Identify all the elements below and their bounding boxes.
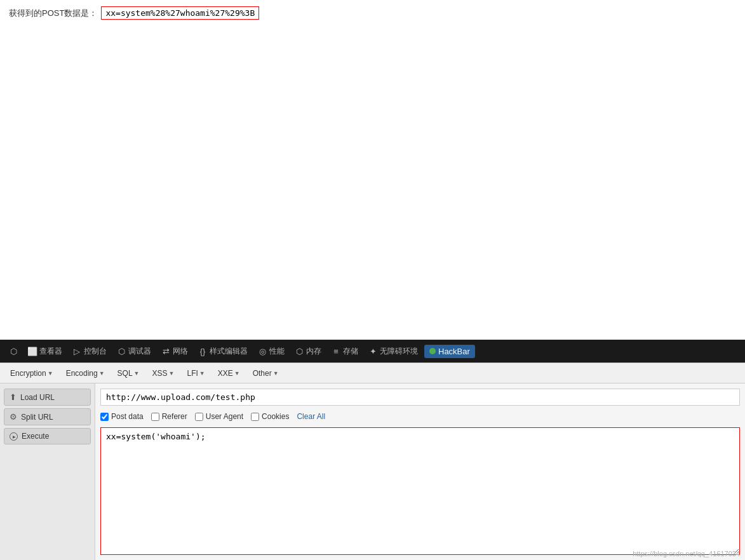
hackbar-main: ⬆ Load URL ⚙ Split URL Execute Post data <box>0 383 745 560</box>
devtools-tab-performance[interactable]: ◎ 性能 <box>254 343 288 359</box>
load-url-label: Load URL <box>20 393 55 402</box>
memory-icon: ⬡ <box>295 347 304 356</box>
devtools-tab-accessibility[interactable]: ✦ 无障碍环境 <box>365 343 422 359</box>
post-data-value: xx=system%28%27whoami%27%29%3B <box>101 6 259 20</box>
devtools-toolbar: ⬡ ⬜ 查看器 ▷ 控制台 ⬡ 调试器 ⇄ 网络 {} 样式编辑器 ◎ 性能 ⬡… <box>0 340 745 363</box>
devtools-tab-style-editor[interactable]: {} 样式编辑器 <box>194 343 252 359</box>
watermark: https://blog.csdn.net/qq_41617034 <box>633 550 740 557</box>
referer-text: Referer <box>162 412 187 421</box>
post-data-checkbox[interactable] <box>100 413 109 421</box>
execute-label: Execute <box>22 432 49 441</box>
devtools-tab-network[interactable]: ⇄ 网络 <box>158 343 192 359</box>
hackbar-content: Post data Referer User Agent Cookies Cle… <box>95 383 745 560</box>
post-data-text: Post data <box>111 412 144 421</box>
split-url-icon: ⚙ <box>10 412 17 422</box>
lfi-arrow: ▼ <box>199 370 205 377</box>
hackbar-status-dot <box>429 348 436 354</box>
encoding-arrow: ▼ <box>99 370 105 377</box>
clear-all-link[interactable]: Clear All <box>297 412 325 421</box>
menu-xss[interactable]: XSS ▼ <box>147 367 180 380</box>
devtools-tab-inspector[interactable]: ⬡ <box>5 344 22 358</box>
menu-sql[interactable]: SQL ▼ <box>112 367 145 380</box>
console-label: 控制台 <box>84 346 107 357</box>
cookies-checkbox[interactable] <box>251 413 259 421</box>
load-url-icon: ⬆ <box>10 392 17 402</box>
devtools-tab-memory[interactable]: ⬡ 内存 <box>291 343 325 359</box>
style-editor-icon: {} <box>198 347 207 356</box>
accessibility-label: 无障碍环境 <box>380 346 418 357</box>
referer-checkbox[interactable] <box>151 413 159 421</box>
post-data-checkbox-label[interactable]: Post data <box>100 412 144 421</box>
post-data-row: Post data Referer User Agent Cookies Cle… <box>100 410 740 423</box>
split-url-label: Split URL <box>21 413 53 422</box>
xxe-arrow: ▼ <box>234 370 240 377</box>
user-agent-text: User Agent <box>206 412 243 421</box>
menu-encoding[interactable]: Encoding ▼ <box>61 367 110 380</box>
post-data-label: 获得到的POST数据是： <box>9 8 97 19</box>
sql-arrow: ▼ <box>134 370 140 377</box>
url-input[interactable] <box>100 389 740 406</box>
performance-icon: ◎ <box>258 347 267 356</box>
load-url-button[interactable]: ⬆ Load URL <box>4 389 91 406</box>
xxe-label: XXE <box>218 369 233 378</box>
split-url-button[interactable]: ⚙ Split URL <box>4 408 91 425</box>
user-agent-checkbox-label[interactable]: User Agent <box>195 412 243 421</box>
execute-button[interactable]: Execute <box>4 428 91 444</box>
devtools-tab-storage[interactable]: ≡ 存储 <box>328 343 362 359</box>
encoding-label: Encoding <box>66 369 98 378</box>
xss-arrow: ▼ <box>169 370 175 377</box>
lfi-label: LFI <box>187 369 198 378</box>
storage-label: 存储 <box>343 346 358 357</box>
devtools-tab-hackbar[interactable]: HackBar <box>424 345 475 358</box>
encryption-label: Encryption <box>10 369 46 378</box>
devtools-tab-debugger[interactable]: ⬡ 调试器 <box>113 343 155 359</box>
network-icon: ⇄ <box>161 347 170 356</box>
xss-label: XSS <box>152 369 168 378</box>
menu-encryption[interactable]: Encryption ▼ <box>5 367 58 380</box>
devtools-tab-viewer[interactable]: ⬜ 查看器 <box>24 343 66 359</box>
memory-label: 内存 <box>306 346 321 357</box>
inspector-icon: ⬡ <box>9 347 18 356</box>
hackbar-panel: Encryption ▼ Encoding ▼ SQL ▼ XSS ▼ LFI … <box>0 363 745 560</box>
top-content: 获得到的POST数据是： xx=system%28%27whoami%27%29… <box>0 0 745 340</box>
post-data-line: 获得到的POST数据是： xx=system%28%27whoami%27%29… <box>9 6 736 20</box>
user-agent-checkbox[interactable] <box>195 413 203 421</box>
devtools-tab-console[interactable]: ▷ 控制台 <box>69 343 111 359</box>
post-data-textarea[interactable] <box>100 427 740 555</box>
menu-xxe[interactable]: XXE ▼ <box>213 367 245 380</box>
storage-icon: ≡ <box>332 347 340 356</box>
hackbar-menu: Encryption ▼ Encoding ▼ SQL ▼ XSS ▼ LFI … <box>0 363 745 383</box>
cookies-checkbox-label[interactable]: Cookies <box>251 412 289 421</box>
other-arrow: ▼ <box>273 370 279 377</box>
style-editor-label: 样式编辑器 <box>210 346 248 357</box>
hackbar-sidebar: ⬆ Load URL ⚙ Split URL Execute <box>0 383 95 560</box>
network-label: 网络 <box>173 346 188 357</box>
sql-label: SQL <box>117 369 133 378</box>
menu-lfi[interactable]: LFI ▼ <box>182 367 210 380</box>
hackbar-label: HackBar <box>438 347 470 356</box>
console-icon: ▷ <box>72 347 81 356</box>
execute-icon <box>10 432 18 441</box>
performance-label: 性能 <box>269 346 285 357</box>
cookies-text: Cookies <box>262 412 289 421</box>
debugger-label: 调试器 <box>128 346 151 357</box>
viewer-icon: ⬜ <box>28 347 37 356</box>
viewer-label: 查看器 <box>39 346 62 357</box>
debugger-icon: ⬡ <box>117 347 126 356</box>
other-label: Other <box>253 369 272 378</box>
menu-other[interactable]: Other ▼ <box>248 367 284 380</box>
referer-checkbox-label[interactable]: Referer <box>151 412 187 421</box>
encryption-arrow: ▼ <box>48 370 53 377</box>
accessibility-icon: ✦ <box>368 347 377 356</box>
